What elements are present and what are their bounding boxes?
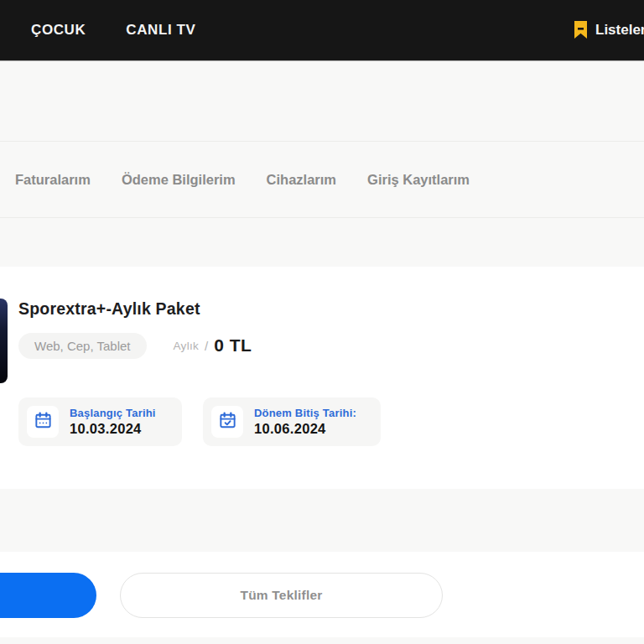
tab-faturalarim[interactable]: Faturalarım [15,172,91,188]
start-date-value: 10.03.2024 [70,421,156,437]
start-date-icon-box [27,406,59,438]
start-date-card: Başlangıç Tarihi 10.03.2024 [18,397,182,446]
nav-my-lists-label: Listelerim [595,22,644,39]
start-date-label: Başlangıç Tarihi [70,407,156,419]
package-price: 0 TL [214,335,252,356]
calendar-check-icon [218,411,237,434]
primary-action-button[interactable] [0,573,96,618]
package-poster-image [0,299,8,383]
bookmark-icon [574,21,588,39]
account-tabs: Faturalarım Ödeme Bilgilerim Cihazlarım … [0,141,644,218]
end-date-icon-box [211,406,243,438]
billing-period-label: Aylık [174,340,200,352]
tab-odeme-bilgilerim[interactable]: Ödeme Bilgilerim [122,172,236,188]
price-group: Aylık / 0 TL [174,335,252,356]
top-navbar: ÇOCUK CANLI TV Listelerim [0,0,644,61]
page: ÇOCUK CANLI TV Listelerim Faturalarım Öd… [0,0,644,644]
nav-item-cocuk[interactable]: ÇOCUK [31,22,86,39]
nav-item-canli-tv[interactable]: CANLI TV [126,22,195,39]
section-separator-band [0,489,644,552]
account-header-section: Faturalarım Ödeme Bilgilerim Cihazlarım … [0,61,644,267]
subscription-dates-row: Başlangıç Tarihi 10.03.2024 Dönem Bitiş [18,397,381,446]
bottom-separator-band [0,637,644,644]
end-date-card: Dönem Bitiş Tarihi: 10.06.2024 [203,397,381,446]
end-date-texts: Dönem Bitiş Tarihi: 10.06.2024 [254,407,356,437]
package-meta-row: Web, Cep, Tablet Aylık / 0 TL [18,332,252,359]
package-title: Sporextra+-Aylık Paket [18,299,200,319]
tab-cihazlarim[interactable]: Cihazlarım [267,172,336,188]
calendar-icon [34,411,53,434]
end-date-value: 10.06.2024 [254,421,356,437]
end-date-label: Dönem Bitiş Tarihi: [254,407,356,419]
start-date-texts: Başlangıç Tarihi 10.03.2024 [70,407,156,437]
nav-my-lists[interactable]: Listelerim [574,0,644,60]
all-offers-button[interactable]: Tüm Teklifler [120,573,443,618]
price-separator: / [205,339,208,353]
tab-giris-kayitlarim[interactable]: Giriş Kayıtlarım [367,172,470,188]
platforms-badge: Web, Cep, Tablet [18,333,147,359]
